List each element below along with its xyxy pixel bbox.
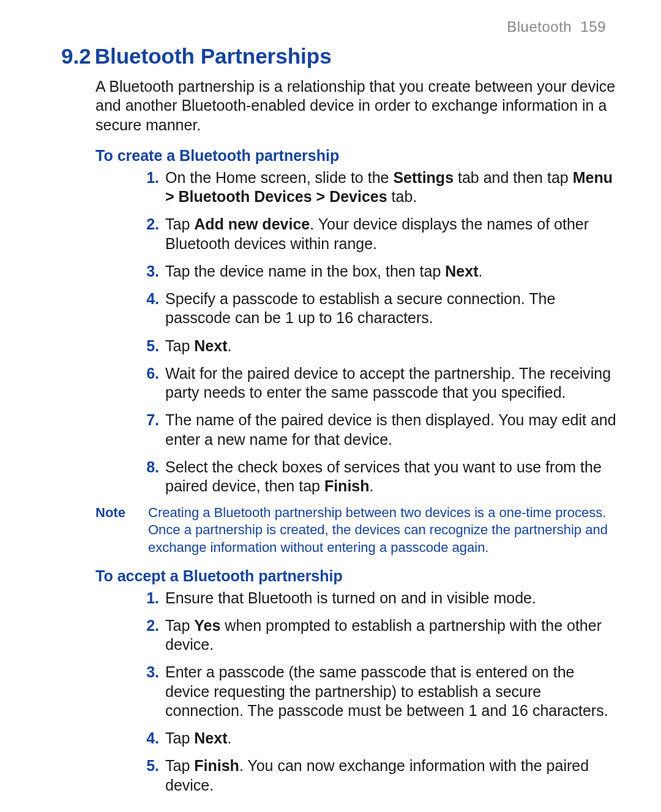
note-body: Creating a Bluetooth partnership between… <box>148 504 618 556</box>
step-number: 6. <box>138 364 159 383</box>
list-item: 1.On the Home screen, slide to the Setti… <box>138 168 618 207</box>
subheading-create: To create a Bluetooth partnership <box>95 147 618 165</box>
bold-term: Next <box>194 337 227 354</box>
list-item: 2.Tap Yes when prompted to establish a p… <box>138 616 618 655</box>
step-text: Tap Add new device. Your device displays… <box>165 215 618 253</box>
step-number: 2. <box>138 616 159 635</box>
step-text: On the Home screen, slide to the Setting… <box>165 168 618 207</box>
step-number: 5. <box>138 337 159 356</box>
bold-term: Menu > Bluetooth Devices > Devices <box>165 169 613 205</box>
note-block: Note Creating a Bluetooth partnership be… <box>95 504 618 556</box>
step-number: 1. <box>138 168 159 187</box>
accept-steps: 1.Ensure that Bluetooth is turned on and… <box>95 589 618 795</box>
list-item: 6.Wait for the paired device to accept t… <box>138 364 618 403</box>
step-number: 5. <box>138 756 159 775</box>
step-number: 1. <box>138 589 159 608</box>
step-number: 2. <box>138 215 159 234</box>
list-item: 3.Tap the device name in the box, then t… <box>138 262 618 281</box>
intro-paragraph: A Bluetooth partnership is a relationshi… <box>95 77 618 135</box>
step-text: Tap Finish. You can now exchange informa… <box>165 756 618 795</box>
header-page-number: 159 <box>580 18 606 35</box>
step-text: Specify a passcode to establish a secure… <box>165 289 618 328</box>
step-text: Select the check boxes of services that … <box>165 458 618 496</box>
step-text: Ensure that Bluetooth is turned on and i… <box>165 589 618 608</box>
step-text: Wait for the paired device to accept the… <box>165 364 618 403</box>
list-item: 3.Enter a passcode (the same passcode th… <box>138 663 618 720</box>
list-item: 5.Tap Next. <box>138 337 618 356</box>
bold-term: Add new device <box>194 215 310 233</box>
list-item: 7.The name of the paired device is then … <box>138 411 618 449</box>
bold-term: Finish <box>194 757 239 774</box>
step-number: 4. <box>138 289 159 308</box>
step-number: 7. <box>138 411 159 430</box>
subheading-accept: To accept a Bluetooth partnership <box>95 567 618 585</box>
bold-term: Next <box>194 729 227 747</box>
page: Bluetooth 159 9.2Bluetooth Partnerships … <box>0 0 661 812</box>
step-number: 4. <box>138 729 159 748</box>
step-text: Tap Next. <box>165 337 618 356</box>
note-label: Note <box>95 504 148 521</box>
section-title: 9.2Bluetooth Partnerships <box>61 44 618 69</box>
section-number: 9.2 <box>61 44 91 68</box>
step-number: 3. <box>138 663 159 682</box>
step-number: 8. <box>138 458 159 477</box>
step-text: Tap Yes when prompted to establish a par… <box>165 616 618 655</box>
bold-term: Settings <box>393 169 454 186</box>
bold-term: Finish <box>324 477 370 494</box>
bold-term: Next <box>445 263 478 280</box>
step-text: Enter a passcode (the same passcode that… <box>165 663 618 720</box>
step-text: Tap the device name in the box, then tap… <box>165 262 618 281</box>
step-number: 3. <box>138 262 159 281</box>
section-heading: Bluetooth Partnerships <box>95 44 332 68</box>
list-item: 4.Tap Next. <box>138 729 618 748</box>
list-item: 1.Ensure that Bluetooth is turned on and… <box>138 589 618 608</box>
step-text: The name of the paired device is then di… <box>165 411 618 449</box>
list-item: 5.Tap Finish. You can now exchange infor… <box>138 756 618 795</box>
bold-term: Yes <box>194 617 220 634</box>
section-body: A Bluetooth partnership is a relationshi… <box>61 77 618 795</box>
create-steps: 1.On the Home screen, slide to the Setti… <box>95 168 618 496</box>
list-item: 4.Specify a passcode to establish a secu… <box>138 289 618 328</box>
list-item: 8.Select the check boxes of services tha… <box>138 458 618 496</box>
running-header: Bluetooth 159 <box>61 18 618 35</box>
header-section: Bluetooth <box>507 18 572 35</box>
list-item: 2.Tap Add new device. Your device displa… <box>138 215 618 253</box>
step-text: Tap Next. <box>165 729 618 748</box>
